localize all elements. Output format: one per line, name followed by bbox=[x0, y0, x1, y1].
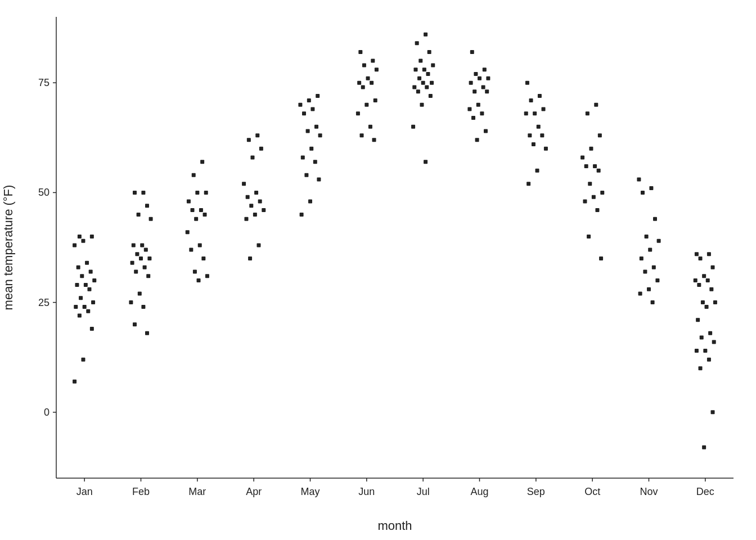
svg-rect-71 bbox=[132, 244, 136, 248]
svg-rect-154 bbox=[424, 33, 428, 37]
svg-text:Feb: Feb bbox=[132, 486, 150, 497]
svg-rect-159 bbox=[467, 107, 471, 111]
svg-rect-92 bbox=[192, 173, 196, 177]
svg-text:Nov: Nov bbox=[640, 486, 658, 497]
svg-rect-111 bbox=[304, 173, 308, 177]
svg-rect-150 bbox=[431, 63, 435, 67]
svg-text:Sep: Sep bbox=[527, 486, 545, 497]
svg-rect-108 bbox=[300, 213, 304, 217]
svg-rect-211 bbox=[637, 177, 641, 181]
svg-text:50: 50 bbox=[38, 187, 50, 198]
svg-rect-186 bbox=[583, 200, 587, 204]
svg-rect-87 bbox=[191, 208, 195, 212]
svg-rect-144 bbox=[421, 81, 425, 85]
svg-rect-48 bbox=[84, 283, 88, 287]
svg-rect-157 bbox=[471, 116, 475, 120]
svg-rect-73 bbox=[149, 217, 153, 221]
svg-rect-158 bbox=[480, 111, 484, 115]
svg-rect-94 bbox=[248, 256, 252, 260]
svg-rect-101 bbox=[246, 195, 250, 199]
svg-rect-131 bbox=[357, 81, 361, 85]
svg-rect-204 bbox=[640, 256, 644, 260]
svg-rect-216 bbox=[695, 349, 699, 353]
svg-rect-113 bbox=[301, 155, 305, 159]
svg-rect-45 bbox=[79, 296, 83, 300]
svg-rect-163 bbox=[482, 85, 485, 89]
svg-rect-146 bbox=[417, 76, 421, 80]
svg-rect-160 bbox=[476, 103, 480, 107]
svg-rect-112 bbox=[313, 160, 317, 164]
svg-rect-222 bbox=[705, 305, 709, 309]
svg-rect-82 bbox=[189, 248, 193, 251]
svg-rect-173 bbox=[532, 142, 536, 146]
svg-rect-103 bbox=[242, 182, 246, 186]
svg-rect-133 bbox=[375, 68, 379, 71]
svg-rect-54 bbox=[73, 244, 76, 248]
svg-rect-207 bbox=[645, 235, 649, 238]
svg-text:0: 0 bbox=[44, 407, 50, 418]
svg-rect-188 bbox=[600, 191, 604, 195]
svg-rect-119 bbox=[310, 107, 314, 111]
svg-rect-68 bbox=[147, 256, 151, 260]
svg-rect-176 bbox=[537, 125, 541, 129]
svg-rect-174 bbox=[540, 133, 544, 137]
svg-rect-145 bbox=[430, 81, 434, 85]
svg-rect-81 bbox=[201, 256, 205, 260]
svg-rect-95 bbox=[256, 244, 260, 248]
svg-rect-151 bbox=[418, 59, 422, 63]
svg-rect-202 bbox=[643, 269, 647, 273]
svg-rect-129 bbox=[361, 85, 365, 89]
svg-rect-214 bbox=[699, 366, 703, 370]
svg-rect-203 bbox=[652, 266, 656, 269]
svg-rect-61 bbox=[129, 300, 133, 304]
svg-rect-137 bbox=[424, 160, 428, 164]
svg-rect-215 bbox=[707, 358, 711, 362]
svg-rect-59 bbox=[133, 322, 137, 326]
svg-rect-170 bbox=[526, 182, 530, 186]
svg-rect-229 bbox=[702, 274, 706, 278]
svg-rect-201 bbox=[655, 278, 659, 282]
svg-rect-194 bbox=[589, 147, 593, 151]
svg-rect-162 bbox=[472, 89, 476, 93]
svg-rect-190 bbox=[597, 169, 601, 173]
svg-rect-51 bbox=[89, 269, 93, 273]
svg-rect-127 bbox=[364, 103, 368, 107]
svg-rect-75 bbox=[145, 204, 149, 208]
svg-rect-135 bbox=[371, 59, 375, 63]
svg-rect-124 bbox=[360, 133, 364, 137]
svg-rect-152 bbox=[428, 50, 431, 54]
svg-rect-184 bbox=[587, 235, 591, 238]
svg-rect-117 bbox=[314, 125, 318, 129]
svg-rect-217 bbox=[703, 349, 707, 353]
svg-rect-62 bbox=[138, 292, 142, 296]
svg-rect-164 bbox=[469, 81, 473, 85]
svg-rect-42 bbox=[74, 305, 78, 309]
svg-rect-99 bbox=[249, 204, 253, 208]
svg-rect-198 bbox=[651, 300, 655, 304]
svg-rect-60 bbox=[141, 305, 145, 309]
svg-rect-64 bbox=[134, 269, 138, 273]
svg-rect-149 bbox=[422, 68, 426, 71]
svg-rect-122 bbox=[316, 94, 320, 98]
svg-rect-41 bbox=[86, 309, 90, 313]
svg-rect-147 bbox=[426, 72, 430, 76]
svg-rect-0 bbox=[0, 0, 756, 540]
svg-text:mean temperature (°F): mean temperature (°F) bbox=[1, 185, 15, 310]
svg-rect-50 bbox=[80, 274, 84, 278]
svg-rect-148 bbox=[413, 68, 417, 71]
svg-rect-130 bbox=[370, 81, 374, 85]
svg-rect-134 bbox=[362, 63, 366, 67]
svg-rect-205 bbox=[648, 248, 652, 251]
svg-rect-195 bbox=[598, 133, 602, 137]
svg-rect-86 bbox=[203, 213, 207, 217]
svg-rect-55 bbox=[81, 239, 85, 243]
svg-rect-98 bbox=[262, 208, 266, 212]
svg-rect-161 bbox=[485, 89, 489, 93]
svg-rect-128 bbox=[374, 98, 377, 102]
svg-rect-191 bbox=[584, 164, 588, 168]
svg-rect-47 bbox=[75, 283, 79, 287]
svg-rect-189 bbox=[588, 182, 592, 186]
svg-rect-197 bbox=[594, 103, 598, 107]
svg-rect-225 bbox=[709, 287, 713, 291]
svg-rect-213 bbox=[711, 410, 715, 414]
